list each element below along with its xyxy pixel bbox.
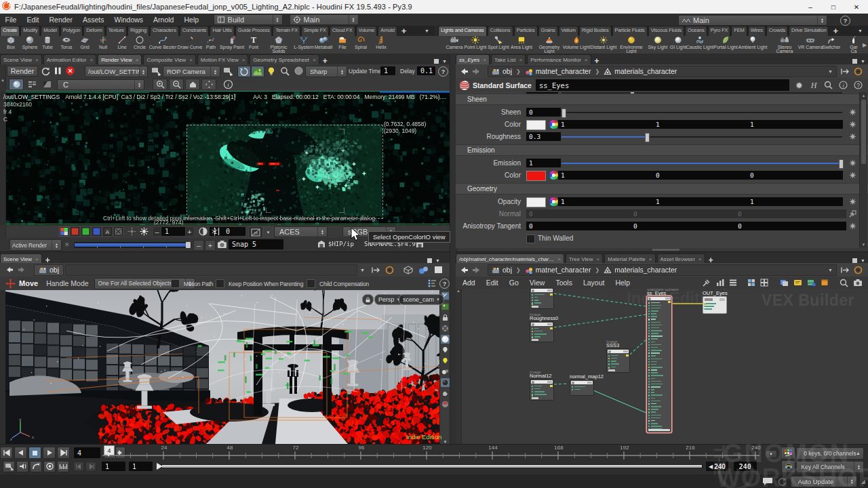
shelf-tab-vellum[interactable]: Vellum (559, 26, 578, 36)
breadcrumb-dropdown-arrow[interactable]: ▼ (828, 69, 833, 74)
checkbox-motion-path[interactable]: Motion Path (171, 279, 213, 288)
close-tab-icon[interactable]: × (585, 57, 588, 63)
snapshot-mode-spinner[interactable]: ▲▼ (52, 240, 61, 250)
background-toggle-button[interactable]: 16 (248, 226, 263, 238)
param-component-field[interactable]: 1 (747, 197, 843, 206)
breadcrumb-segment-obj[interactable]: obj (488, 66, 515, 77)
zoom-out-button[interactable] (169, 79, 184, 90)
breadcrumb-path-field[interactable]: obj❯matnet_character❯materials_character… (488, 264, 837, 276)
view-spheres-button[interactable] (418, 266, 429, 274)
close-tab-icon[interactable]: × (698, 256, 702, 262)
pane-tab-motion-fx-view[interactable]: Motion FX View× (197, 54, 249, 64)
shelf-tab-oceans[interactable]: Oceans (685, 26, 707, 36)
param-component-field[interactable]: 1 (653, 120, 749, 129)
path-dropdown-arrow[interactable]: ▼ (360, 268, 365, 272)
timeline-more-pill-button[interactable]: ▼ (765, 450, 777, 458)
view-material-button[interactable] (441, 400, 450, 409)
preview-toggle[interactable] (251, 66, 264, 77)
shelf-tab-collisions[interactable]: Collisions (488, 26, 513, 36)
shelf-tool-ambientlight[interactable]: Ambient Light (737, 36, 768, 54)
close-tab-icon[interactable]: × (90, 57, 93, 63)
breadcrumb-follow-button[interactable] (854, 266, 863, 274)
colorspace-dropdown[interactable]: ACES▲▼ (274, 226, 328, 237)
breadcrumb-pin-button[interactable] (841, 266, 850, 274)
scene-selector-spinner[interactable]: ▲▼ (349, 15, 358, 24)
scrollbar-down-arrow[interactable]: ▼ (860, 241, 867, 248)
breadcrumb-segment-obj[interactable]: obj (488, 265, 515, 275)
range-start-button[interactable] (73, 462, 84, 472)
close-tab-icon[interactable]: × (35, 256, 39, 262)
path-chip-obj[interactable]: obj (34, 264, 64, 276)
view-hand-button[interactable] (441, 389, 450, 398)
checkbox-box[interactable] (171, 279, 180, 288)
checkbox-box[interactable] (216, 279, 224, 288)
range-start-field[interactable]: 1 (129, 462, 153, 471)
open-in-houdini-button[interactable]: H (810, 81, 818, 89)
pane-tab-geometry-spreadsheet[interactable]: Geometry Spreadsheet× (250, 54, 319, 64)
shelf-tools-overflow-arrow[interactable]: ▶ (863, 42, 867, 48)
play-reverse-button[interactable] (14, 447, 27, 459)
breadcrumb-dropdown-arrow[interactable]: ▼ (828, 268, 833, 272)
close-tab-icon[interactable]: × (597, 256, 600, 262)
network-menu-edit[interactable]: Edit (486, 279, 498, 287)
shelf-tab-cloud-fx[interactable]: Cloud FX (330, 26, 355, 36)
filter-selector-dropdown[interactable]: Sharp▲▼ (305, 66, 347, 77)
shelf-left-more-arrow[interactable]: ▼ (425, 28, 429, 33)
network-image-add-button[interactable] (807, 279, 816, 287)
key-all-dropdown[interactable]: Key All Channels▲▼ (796, 461, 864, 473)
network-snapshot-button[interactable] (853, 279, 863, 287)
shelf-left-add-tab[interactable]: + (398, 26, 410, 36)
render-button[interactable]: Render (7, 66, 38, 77)
param-component-field[interactable]: 0 (653, 171, 749, 180)
shelf-tab-lights-and-cameras[interactable]: Lights and Cameras (438, 26, 487, 36)
view-twoball-button[interactable] (441, 367, 450, 376)
scene-help-button[interactable]: ? (439, 279, 450, 289)
shelf-tab-polygon[interactable]: Polygon (60, 26, 83, 36)
menu-render[interactable]: Render (44, 16, 77, 24)
param-value-field[interactable]: 1 (526, 159, 561, 167)
param-component-field[interactable]: 0 (631, 222, 735, 230)
pane-tab-ss-eyes[interactable]: ss_Eyes× (456, 54, 490, 64)
node-body[interactable] (530, 321, 554, 342)
param-value-field[interactable]: 0.3 (526, 132, 561, 141)
snap-minus-button[interactable]: – (193, 240, 204, 251)
shelf-tab-particle-fluids[interactable]: Particle Fluids (612, 26, 648, 36)
scrollbar-thumb[interactable] (861, 100, 866, 164)
window-close-button[interactable]: ✕ (845, 0, 868, 14)
node-body[interactable] (703, 296, 727, 314)
breadcrumb-pin-button[interactable] (841, 68, 850, 75)
range-slider[interactable] (157, 462, 703, 470)
shelf-tab-grains[interactable]: Grains (538, 26, 558, 36)
render-pane-add-tab-button[interactable]: + (323, 58, 328, 64)
split-view-mode-button[interactable] (40, 79, 54, 89)
range-end-button[interactable] (85, 462, 96, 472)
snapshot-save-button[interactable] (317, 240, 326, 249)
network-graph[interactable]: ▲VEX BuilderIndie EditionImageImageRough… (456, 289, 868, 444)
view-noselect-button[interactable] (441, 324, 450, 333)
grid-view-mode-button[interactable] (25, 79, 39, 89)
tick-settings-button[interactable] (57, 461, 69, 472)
shelf-tab-deform[interactable]: Deform (83, 26, 104, 36)
param-search-button[interactable] (824, 81, 833, 89)
shelf-tab-characters[interactable]: Characters (150, 26, 179, 36)
param-help-button[interactable]: ? (854, 81, 863, 89)
param-value-field[interactable]: 0 (526, 108, 561, 117)
param-component-field[interactable]: 0 (747, 171, 843, 180)
node-type-icon-button[interactable] (459, 80, 470, 91)
thin-walled-checkbox[interactable] (526, 235, 535, 243)
shelf-tool-distantlight[interactable]: Distant Light (588, 36, 619, 54)
param-info-button[interactable]: i (839, 81, 848, 89)
record-button[interactable] (43, 461, 56, 472)
breadcrumb-back-button[interactable] (460, 68, 469, 75)
stop-button[interactable] (28, 447, 41, 459)
shelf-tab-create[interactable]: Create (0, 26, 20, 36)
pane-menu-arrow-icon[interactable]: ▼ (435, 258, 440, 263)
network-node-Normal12[interactable]: ImageNormal12 (530, 379, 553, 399)
menu-help[interactable]: Help (179, 16, 204, 24)
breadcrumb-segment-materials_character[interactable]: materials_character (600, 265, 680, 275)
pixel-probe-button[interactable] (127, 227, 136, 236)
go-start-button[interactable] (0, 447, 13, 459)
shelf-tab-rigging[interactable]: Rigging (127, 26, 149, 36)
color-wheel-button[interactable] (549, 197, 559, 207)
snapshot-clear-icon[interactable]: ✕ (64, 241, 70, 248)
